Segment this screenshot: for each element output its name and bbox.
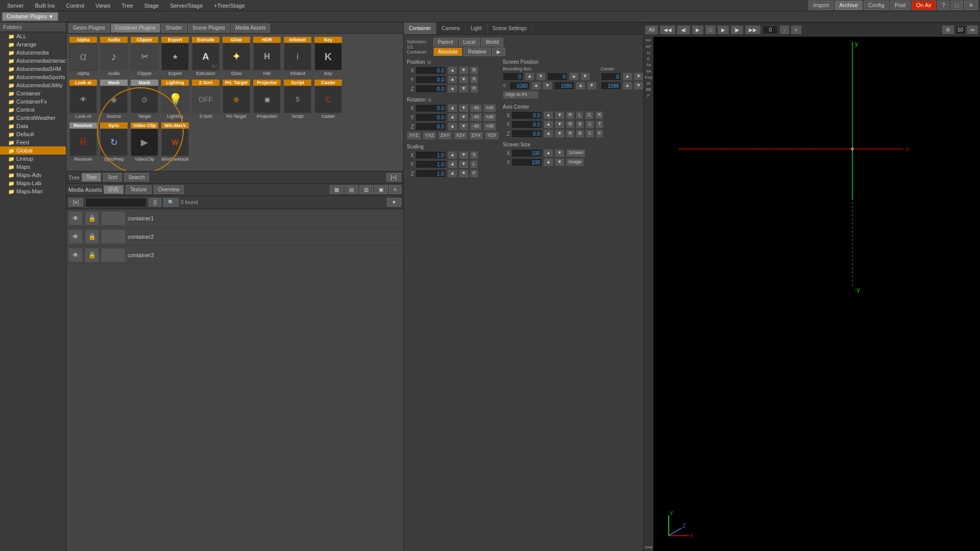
folder-astucemediautility[interactable]: 📁AstucemediaUtility <box>0 81 66 89</box>
bbox-x1-up[interactable]: ▲ <box>525 72 534 81</box>
right-tab-scene-settings[interactable]: Scene Settings <box>487 22 532 34</box>
axis-z-f[interactable]: F <box>596 130 604 138</box>
rot-order-zxy[interactable]: ZXY <box>438 132 452 140</box>
rotation-x-input[interactable] <box>415 104 446 112</box>
axis-x-r[interactable]: R <box>566 111 575 119</box>
tree-tab-sort[interactable]: Sort <box>103 173 121 182</box>
axis-y-c[interactable]: C <box>585 120 594 129</box>
tree-item-container1[interactable]: 👁 🔒 container1 <box>66 209 403 228</box>
plugin-lookat[interactable]: Look at 👁 Look-At <box>68 79 98 120</box>
position-z-down[interactable]: ▼ <box>459 85 469 93</box>
tl-next-next[interactable]: ▶▶ <box>745 26 761 34</box>
tab-geom-plugins[interactable]: Geom Plugins <box>68 23 110 33</box>
position-z-input[interactable] <box>415 85 446 93</box>
plugin-caster[interactable]: Caster C Caster <box>313 79 343 120</box>
axis-y-t[interactable]: T <box>596 120 604 129</box>
bbox-x2-input[interactable] <box>547 72 568 81</box>
tab-media-assets[interactable]: Media Assets <box>231 23 270 33</box>
tl-arrows[interactable]: ⇔ <box>967 26 978 34</box>
coord-world[interactable]: World <box>481 38 503 46</box>
bbox-y2-input[interactable] <box>554 82 574 90</box>
tl-frame-count[interactable]: 50 <box>955 26 966 34</box>
plugin-hdr[interactable]: HDR H Hdr <box>252 36 282 78</box>
folder-astucemediainteractive[interactable]: 📁AstucemediaInteractive <box>0 57 66 65</box>
screen-size-y-up[interactable]: ▲ <box>544 158 553 166</box>
menu-server[interactable]: Server <box>2 2 29 10</box>
plugin-zsort[interactable]: Z-Sort OFF Z-Sort <box>191 79 220 120</box>
align-to-px-btn[interactable]: Align to Px <box>503 91 538 99</box>
tab-container-plugins[interactable]: Container Plugins <box>111 23 160 33</box>
bbox-y1-down[interactable]: ▼ <box>543 82 552 90</box>
rotation-y-minus[interactable]: -45 <box>470 113 482 121</box>
axis-y-down[interactable]: ▼ <box>555 120 565 129</box>
center-y-input[interactable] <box>601 82 621 90</box>
scaling-x-input[interactable] <box>415 151 446 159</box>
menu-views[interactable]: Views <box>90 2 115 10</box>
coord-local[interactable]: Local <box>459 38 480 46</box>
snap-bb[interactable]: BB <box>645 87 652 92</box>
screen-size-y-down[interactable]: ▼ <box>555 158 565 166</box>
tl-settings[interactable]: ⚙ <box>942 26 954 34</box>
rotation-y-input[interactable] <box>415 113 446 121</box>
axis-z-r[interactable]: R <box>566 130 575 138</box>
axis-x-input[interactable] <box>511 111 542 119</box>
rotation-z-input[interactable] <box>415 122 446 131</box>
tl-prev-frame[interactable]: ◀| <box>677 26 690 34</box>
right-tab-container[interactable]: Container <box>404 22 436 34</box>
axis-x-l[interactable]: L <box>576 111 583 119</box>
menu-post[interactable]: Post <box>890 1 911 10</box>
bbox-x1-input[interactable] <box>503 72 523 81</box>
bbox-x2-up[interactable]: ▲ <box>569 72 579 81</box>
folder-feed[interactable]: 📁Feed <box>0 138 66 146</box>
rot-order-zyx[interactable]: ZYX <box>469 132 483 140</box>
plugin-script[interactable]: Script S Script <box>283 79 312 120</box>
media-tab-overview[interactable]: Overview <box>154 185 184 194</box>
media-tab-dve[interactable]: DVE <box>104 185 124 194</box>
media-icon-grid4[interactable]: ▣ <box>374 185 388 194</box>
scaling-y-l[interactable]: L <box>470 160 478 168</box>
axis-y-b[interactable]: B <box>576 120 584 129</box>
bbox-y2-down[interactable]: ▼ <box>587 82 597 90</box>
folder-maps-lab[interactable]: 📁Maps-Lab <box>0 179 66 187</box>
tab-scene-plugins[interactable]: Scene Plugins <box>188 23 230 33</box>
axis-z-up[interactable]: ▲ <box>544 130 553 138</box>
menu-builtins[interactable]: Built Ins <box>30 2 60 10</box>
search-dropdown[interactable]: ▼ <box>387 198 401 207</box>
scaling-x-s[interactable]: S <box>470 151 478 159</box>
menu-config[interactable]: Config <box>864 1 889 10</box>
snap-pp[interactable]: PP <box>645 38 652 43</box>
folder-astucemediasports[interactable]: 📁AstucemediaSports <box>0 73 66 81</box>
menu-restore[interactable]: □ <box>950 1 963 10</box>
rot-order-yxz[interactable]: YXZ <box>423 132 437 140</box>
coord-relative[interactable]: Relative <box>463 47 491 56</box>
plugin-glow[interactable]: Glow ✦ Glow <box>222 36 251 78</box>
coord-absolute[interactable]: Absolute <box>433 47 462 56</box>
plugin-windowmask[interactable]: Win.Mask W WindowMask <box>160 121 190 163</box>
screen-size-x-down[interactable]: ▼ <box>555 149 565 157</box>
menu-tree-stage[interactable]: +Tree/Stage <box>209 2 250 10</box>
tl-all[interactable]: All <box>645 26 658 34</box>
folder-containerfx[interactable]: 📁ContainerFx <box>0 97 66 106</box>
menu-control[interactable]: Control <box>61 2 89 10</box>
position-x-up[interactable]: ▲ <box>448 66 457 74</box>
media-icon-list[interactable]: ≡ <box>389 185 401 194</box>
folder-maps[interactable]: 📁Maps <box>0 163 66 171</box>
tab-shader[interactable]: Shader <box>161 23 187 33</box>
plugin-infotext[interactable]: Infotext i Infotext <box>283 36 312 78</box>
rotation-z-up[interactable]: ▲ <box>448 122 457 131</box>
folder-astucemediashm[interactable]: 📁AstucemediaSHM <box>0 65 66 73</box>
right-tab-camera[interactable]: Camera <box>436 22 465 34</box>
media-icon-grid1[interactable]: ▦ <box>330 185 344 194</box>
center-y-down[interactable]: ▼ <box>634 82 644 90</box>
snap-ta[interactable]: TA <box>645 62 652 68</box>
axis-z-down[interactable]: ▼ <box>555 130 565 138</box>
plugin-projector[interactable]: Projector ▣ Projection <box>252 79 282 120</box>
snap-p[interactable]: P <box>646 93 651 98</box>
scaling-x-up[interactable]: ▲ <box>448 151 457 159</box>
rotation-z-down[interactable]: ▼ <box>459 122 469 131</box>
tl-minus[interactable]: - <box>780 26 789 34</box>
snap-sa[interactable]: SA <box>645 68 652 74</box>
folder-lineup[interactable]: 📁Lineup <box>0 155 66 163</box>
position-y-down[interactable]: ▼ <box>459 76 469 84</box>
tl-play2[interactable]: ▶ <box>718 26 729 34</box>
